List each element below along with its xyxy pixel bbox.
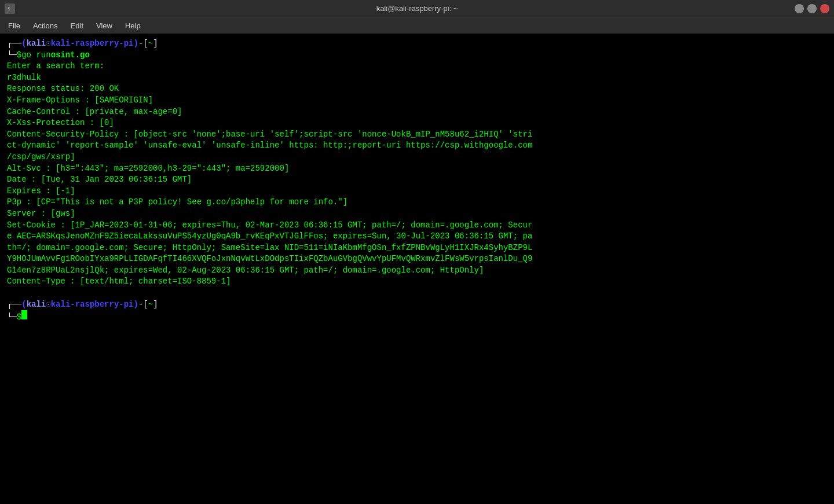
svg-text:$: $ [8,6,10,12]
terminal-icon: $ [5,3,15,14]
prompt-connector-1: ┌── [7,38,21,50]
output-server: Server : [gws] [7,208,827,220]
terminal-output[interactable]: ┌──(kali☉kali-raspberry-pi)-[~] └─$ go r… [0,34,834,504]
prompt-line-1: ┌──(kali☉kali-raspberry-pi)-[~] [7,38,827,50]
output-search-prompt: Enter a search term: [7,61,827,72]
window-controls [795,4,829,13]
output-csp: Content-Security-Policy : [object-src 'n… [7,129,827,163]
minimize-button[interactable] [795,4,804,13]
menu-actions[interactable]: Actions [27,19,64,32]
output-blank [7,288,827,299]
prompt-connector-4: └─ [7,312,17,323]
command-line-2: └─$ [7,310,827,323]
titlebar: $ kali@kali-raspberry-pi: ~ [0,0,834,17]
cursor [21,310,27,319]
output-content-type: Content-Type : [text/html; charset=ISO-8… [7,276,827,288]
output-set-cookie: Set-Cookie : [1P_JAR=2023-01-31-06; expi… [7,220,827,277]
output-date: Date : [Tue, 31 Jan 2023 06:36:15 GMT] [7,174,827,186]
menu-edit[interactable]: Edit [65,19,89,32]
output-xss: X-Xss-Protection : [0] [7,117,827,129]
output-expires: Expires : [-1] [7,186,827,197]
prompt-line-2: ┌──(kali☉kali-raspberry-pi)-[~] [7,299,827,311]
output-search-term: r3dhulk [7,72,827,84]
output-cache-control: Cache-Control : [private, max-age=0] [7,106,827,118]
output-p3p: P3p : [CP="This is not a P3P policy! See… [7,197,827,208]
prompt-connector-3: ┌── [7,299,21,311]
prompt-connector-2: └─ [7,50,17,61]
titlebar-left: $ [5,3,19,14]
menu-file[interactable]: File [2,19,26,32]
close-button[interactable] [820,4,829,13]
menu-view[interactable]: View [90,19,118,32]
maximize-button[interactable] [807,4,817,13]
menubar: File Actions Edit View Help [0,17,834,34]
output-alt-svc: Alt-Svc : [h3=":443"; ma=2592000,h3-29="… [7,163,827,175]
command-line-1: └─$ go run osint.go [7,50,827,61]
output-xframe: X-Frame-Options : [SAMEORIGIN] [7,95,827,106]
window-title: kali@kali-raspberry-pi: ~ [376,4,458,13]
output-response-status: Response status: 200 OK [7,83,827,95]
menu-help[interactable]: Help [119,19,147,32]
